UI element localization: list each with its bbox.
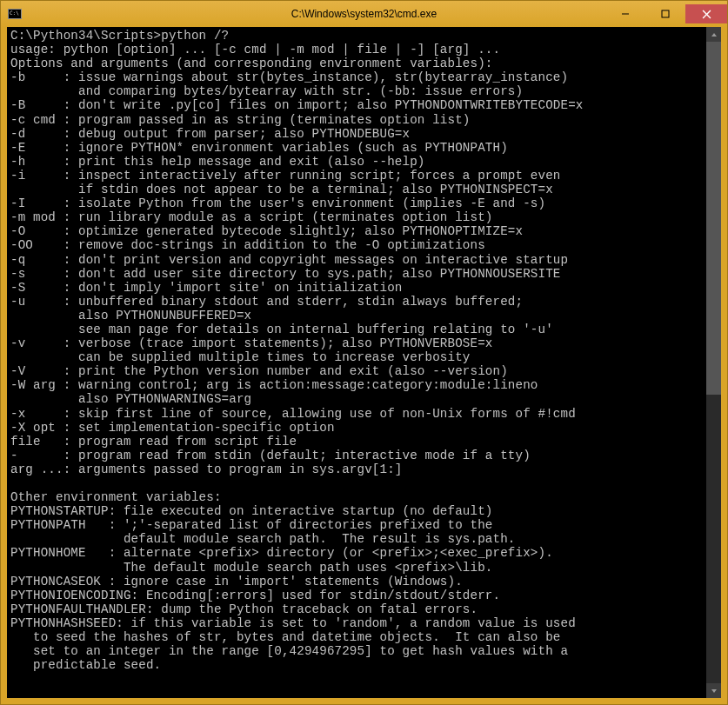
scrollbar-track[interactable] <box>706 42 721 683</box>
scrollbar-thumb[interactable] <box>706 42 721 395</box>
scroll-up-button[interactable] <box>706 27 721 42</box>
client-area: C:\Python34\Scripts>python /? usage: pyt… <box>7 27 721 698</box>
scroll-down-button[interactable] <box>706 683 721 698</box>
svg-rect-1 <box>662 10 669 17</box>
svg-marker-4 <box>711 33 717 37</box>
vertical-scrollbar[interactable] <box>706 27 721 698</box>
titlebar[interactable]: C:\Windows\system32\cmd.exe <box>1 1 727 27</box>
terminal-output[interactable]: C:\Python34\Scripts>python /? usage: pyt… <box>7 27 706 698</box>
cmd-window: C:\Windows\system32\cmd.exe C:\Python34\… <box>0 0 728 705</box>
svg-marker-5 <box>711 689 717 693</box>
minimize-button[interactable] <box>605 4 645 23</box>
window-controls <box>605 4 727 23</box>
close-button[interactable] <box>685 4 727 23</box>
cmd-icon <box>8 9 22 19</box>
maximize-button[interactable] <box>645 4 685 23</box>
